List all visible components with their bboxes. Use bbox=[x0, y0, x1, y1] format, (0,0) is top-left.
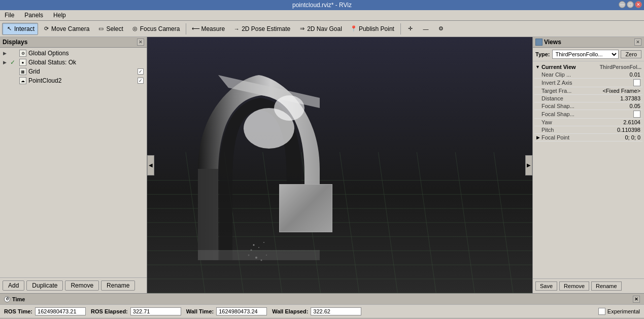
display-item-global-status[interactable]: ▶ ✓ ● Global Status: Ok bbox=[1, 58, 146, 67]
focal-shape-checkbox[interactable] bbox=[633, 111, 640, 118]
publish-point-icon: 📍 bbox=[350, 25, 357, 32]
extra1-icon: ✛ bbox=[407, 25, 414, 32]
views-zero-button[interactable]: Zero bbox=[621, 50, 641, 58]
views-row-distance[interactable]: Distance 1.37383 bbox=[534, 95, 642, 102]
views-row-focal-point[interactable]: ▶ Focal Point 0; 0; 0 bbox=[534, 134, 642, 141]
focus-camera-icon: ◎ bbox=[131, 25, 139, 32]
views-type-select[interactable]: ThirdPersonFollo... bbox=[552, 50, 619, 59]
duplicate-display-button[interactable]: Duplicate bbox=[26, 280, 63, 291]
scene-canvas: .gridline { stroke: #4a6a4a; stroke-widt… bbox=[147, 37, 532, 293]
viewport-left-arrow[interactable]: ◀ bbox=[147, 155, 154, 175]
global-status-arrow: ▶ bbox=[3, 60, 8, 65]
measure-label: Measure bbox=[201, 25, 225, 32]
global-options-label: Global Options bbox=[28, 50, 144, 57]
display-item-global-options[interactable]: ▶ ⚙ Global Options bbox=[1, 49, 146, 58]
move-camera-button[interactable]: ⟳ Move Camera bbox=[39, 23, 93, 35]
titlebar: pointcloud.rviz* - RViz — □ ✕ bbox=[0, 0, 644, 10]
nav-goal-label: 2D Nav Goal bbox=[307, 25, 342, 32]
grid-icon: ▦ bbox=[19, 68, 26, 75]
views-panel-title: Views bbox=[544, 39, 561, 46]
publish-point-label: Publish Point bbox=[359, 25, 394, 32]
ros-elapsed-field: ROS Elapsed: 322.71 bbox=[91, 307, 181, 315]
display-item-grid[interactable]: ▦ Grid bbox=[1, 67, 146, 76]
add-display-button[interactable]: Add bbox=[3, 280, 24, 291]
interact-icon: ↖ bbox=[6, 25, 13, 32]
rename-display-button[interactable]: Rename bbox=[101, 280, 135, 291]
views-row-focal-shape-cb[interactable]: Focal Shap... bbox=[534, 110, 642, 119]
displays-list: ▶ ⚙ Global Options ▶ ✓ ● Global Status: … bbox=[0, 48, 147, 277]
time-panel-title: Time bbox=[12, 296, 25, 302]
displays-panel-close[interactable]: ✕ bbox=[137, 39, 144, 46]
views-type-label: Type: bbox=[535, 51, 550, 57]
views-row-target-frame[interactable]: Target Fra... <Fixed Frame> bbox=[534, 87, 642, 95]
display-item-pointcloud[interactable]: ☁ PointCloud2 bbox=[1, 76, 146, 85]
minimize-btn[interactable]: — bbox=[619, 1, 626, 8]
publish-point-button[interactable]: 📍 Publish Point bbox=[347, 23, 398, 35]
svg-point-26 bbox=[255, 257, 257, 259]
wall-elapsed-field: Wall Elapsed: 322.62 bbox=[272, 307, 361, 315]
views-save-button[interactable]: Save bbox=[535, 281, 557, 291]
3d-viewport[interactable]: ◀ ▶ .gridline { stroke: #4a6a4a; stroke-… bbox=[147, 37, 532, 293]
focus-camera-button[interactable]: ◎ Focus Camera bbox=[128, 23, 184, 35]
views-row-yaw[interactable]: Yaw 2.6104 bbox=[534, 119, 642, 126]
views-row-near-clip[interactable]: Near Clip ... 0.01 bbox=[534, 71, 642, 79]
global-status-check: ✓ bbox=[10, 59, 17, 66]
ros-elapsed-value: 322.71 bbox=[130, 307, 181, 315]
viewport-right-arrow[interactable]: ▶ bbox=[525, 155, 532, 175]
current-view-section[interactable]: ▼ Current View ThirdPersonFol... bbox=[534, 63, 642, 71]
pose-estimate-icon: → bbox=[233, 25, 240, 32]
svg-point-23 bbox=[263, 242, 264, 243]
remove-display-button[interactable]: Remove bbox=[65, 280, 99, 291]
views-panel-close[interactable]: ✕ bbox=[634, 39, 641, 46]
views-row-invert-z[interactable]: Invert Z Axis bbox=[534, 79, 642, 87]
svg-point-21 bbox=[258, 247, 259, 248]
interact-button[interactable]: ↖ Interact bbox=[2, 23, 38, 35]
views-rename-button[interactable]: Rename bbox=[591, 281, 622, 291]
views-icon bbox=[535, 39, 543, 46]
invert-z-checkbox[interactable] bbox=[633, 79, 640, 86]
ros-elapsed-label: ROS Elapsed: bbox=[91, 308, 128, 314]
experimental-field: Experimental bbox=[598, 308, 640, 315]
toolbar: ↖ Interact ⟳ Move Camera ▭ Select ◎ Focu… bbox=[0, 21, 644, 37]
menu-help[interactable]: Help bbox=[51, 11, 69, 19]
toolbar-separator-2 bbox=[400, 23, 401, 34]
extra3-icon: ⚙ bbox=[437, 25, 445, 32]
maximize-btn[interactable]: □ bbox=[627, 1, 634, 8]
views-row-focal-shape-size[interactable]: Focal Shap... 0.05 bbox=[534, 102, 642, 110]
global-status-label: Global Status: Ok bbox=[28, 59, 144, 66]
toolbar-btn-extra2[interactable]: — bbox=[419, 23, 433, 35]
views-remove-button[interactable]: Remove bbox=[559, 281, 589, 291]
toolbar-btn-extra1[interactable]: ✛ bbox=[403, 23, 418, 35]
wall-elapsed-value: 322.62 bbox=[311, 307, 361, 315]
pointcloud-mesh bbox=[178, 67, 340, 270]
displays-panel-header: Displays ✕ bbox=[0, 37, 147, 48]
views-row-pitch[interactable]: Pitch 0.110398 bbox=[534, 126, 642, 134]
nav-goal-button[interactable]: ⇒ 2D Nav Goal bbox=[295, 23, 346, 35]
close-btn[interactable]: ✕ bbox=[635, 1, 642, 8]
current-view-arrow: ▼ bbox=[535, 64, 540, 69]
menu-file[interactable]: File bbox=[2, 11, 17, 19]
wall-elapsed-label: Wall Elapsed: bbox=[272, 308, 308, 314]
experimental-checkbox[interactable] bbox=[598, 308, 605, 315]
time-panel-close[interactable]: ✕ bbox=[633, 296, 640, 303]
measure-icon: ⟵ bbox=[192, 25, 199, 32]
menu-panels[interactable]: Panels bbox=[22, 11, 46, 19]
views-panel-header: Views ✕ bbox=[533, 37, 644, 48]
ros-time-value: 1624980473.21 bbox=[35, 307, 86, 315]
pointcloud-checkbox[interactable] bbox=[138, 78, 144, 84]
pose-estimate-button[interactable]: → 2D Pose Estimate bbox=[229, 23, 294, 35]
select-button[interactable]: ▭ Select bbox=[94, 23, 126, 35]
views-type-row: Type: ThirdPersonFollo... Zero bbox=[533, 48, 644, 61]
toolbar-btn-extra3[interactable]: ⚙ bbox=[434, 23, 448, 35]
grid-checkbox[interactable] bbox=[138, 68, 144, 75]
focal-shape-size-val: 0.05 bbox=[630, 103, 640, 109]
measure-button[interactable]: ⟵ Measure bbox=[189, 23, 228, 35]
global-options-arrow: ▶ bbox=[3, 51, 8, 56]
extra2-icon: — bbox=[422, 25, 429, 32]
views-panel-buttons: Save Remove Rename bbox=[533, 278, 644, 293]
pitch-val: 0.110398 bbox=[617, 127, 640, 133]
select-icon: ▭ bbox=[97, 25, 105, 32]
experimental-label-text: Experimental bbox=[607, 308, 640, 314]
ros-time-field: ROS Time: 1624980473.21 bbox=[4, 307, 86, 315]
menubar: File Panels Help bbox=[0, 10, 644, 21]
